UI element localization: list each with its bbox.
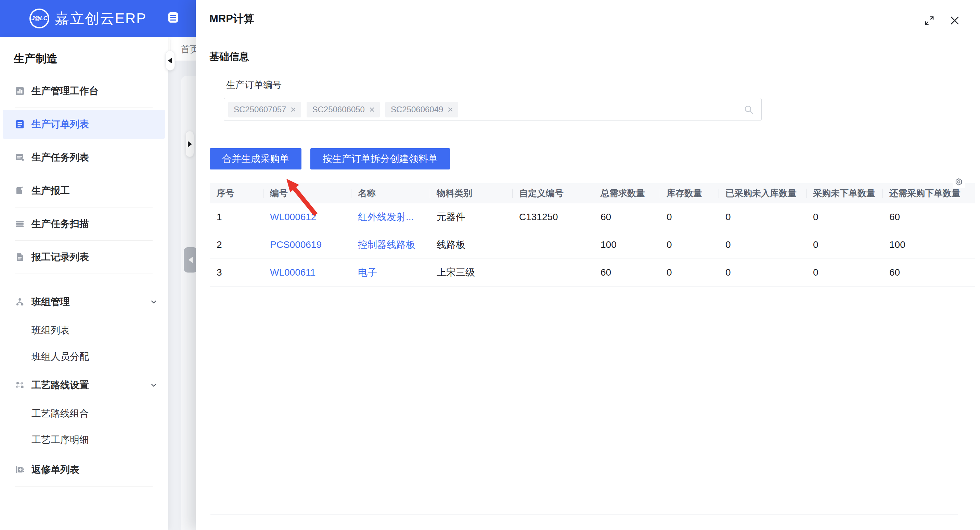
material-code-link[interactable]: WL000611	[263, 259, 351, 286]
cell-purchase-not-ordered: 0	[806, 231, 883, 259]
table-row: 1 WL000612 红外线发射... 元器件 C131250 60 0 0 0…	[210, 203, 975, 231]
sidebar-item-label: 班组管理	[32, 295, 70, 308]
order-tag: SC250606050	[307, 102, 379, 117]
cell-stock: 0	[660, 203, 719, 231]
sidebar-item-production-task-scan[interactable]: 生产任务扫描	[0, 208, 168, 240]
record-file-icon	[15, 252, 25, 262]
cell-seq: 1	[210, 203, 263, 231]
cell-need-purchase: 60	[883, 259, 975, 286]
material-name-link[interactable]: 控制器线路板	[351, 231, 430, 259]
mrp-table: 序号 编号 名称 物料类别 自定义编号 总需求数量 库存数量 已采购未入库数量 …	[210, 183, 975, 287]
cell-custom-code: C131250	[512, 203, 594, 231]
order-tag-label: SC250607057	[234, 105, 286, 114]
cell-purchased-not-in: 0	[719, 203, 806, 231]
sidebar-item-label: 生产管理工作台	[32, 85, 99, 97]
sidebar-title: 生产制造	[14, 51, 168, 66]
sidebar-item-team-member-assignment[interactable]: 班组人员分配	[0, 343, 168, 370]
column-header: 已采购未入库数量	[719, 183, 806, 203]
sidebar-item-production-order-list[interactable]: 生产订单列表	[3, 110, 165, 139]
sidebar-item-report-records[interactable]: 报工记录列表	[0, 241, 168, 273]
column-header: 名称	[351, 183, 430, 203]
column-header: 采购未下单数量	[806, 183, 883, 203]
bar-chart-icon	[15, 86, 25, 96]
cell-seq: 2	[210, 231, 263, 259]
sidebar-item-production-task-list[interactable]: 生产任务列表	[0, 141, 168, 174]
sidebar-group-process-route-settings[interactable]: 工艺路线设置	[0, 370, 168, 400]
cell-custom-code	[512, 231, 594, 259]
panel-expand-handle[interactable]	[185, 131, 194, 157]
cell-stock: 0	[660, 231, 719, 259]
tab-divider-line	[170, 40, 170, 51]
divider	[15, 107, 153, 108]
brand-logo[interactable]: J@LC 嘉立创云ERP	[29, 8, 146, 29]
column-header: 编号	[263, 183, 351, 203]
cell-total-demand: 60	[594, 203, 660, 231]
order-tag-label: SC250606049	[391, 105, 443, 114]
dialog-footer-divider	[210, 514, 958, 515]
spacer	[0, 274, 168, 287]
expand-right-icon	[188, 141, 192, 147]
sidebar-item-label: 报工记录列表	[32, 251, 89, 263]
sidebar: 生产制造 生产管理工作台 生产订单列表 生产任务列表 生产报	[0, 37, 168, 530]
sidebar-group-team-management[interactable]: 班组管理	[0, 287, 168, 317]
cell-need-purchase: 60	[883, 203, 975, 231]
repair-list-icon	[15, 465, 25, 474]
team-icon	[15, 297, 25, 307]
sidebar-item-label: 生产任务列表	[32, 151, 89, 164]
scan-lines-icon	[15, 219, 25, 229]
report-signal-icon	[15, 186, 25, 195]
column-header: 总需求数量	[594, 183, 660, 203]
sidebar-item-process-route-combo[interactable]: 工艺路线组合	[0, 400, 168, 426]
sidebar-collapse-handle[interactable]	[165, 51, 175, 70]
tag-remove-icon[interactable]	[369, 107, 375, 113]
cell-stock: 0	[660, 259, 719, 286]
tag-remove-icon[interactable]	[290, 107, 296, 113]
brand-name: 嘉立创云ERP	[55, 9, 146, 28]
cell-total-demand: 100	[594, 231, 660, 259]
column-header: 库存数量	[660, 183, 719, 203]
collapse-left-icon	[168, 57, 172, 64]
tag-remove-icon[interactable]	[447, 107, 453, 113]
cell-purchased-not-in: 0	[719, 231, 806, 259]
material-code-link[interactable]: PCS000619	[263, 231, 351, 259]
sidebar-item-production-workbench[interactable]: 生产管理工作台	[0, 75, 168, 107]
sidebar-item-process-step-detail[interactable]: 工艺工序明细	[0, 426, 168, 453]
cell-category: 上宋三级	[430, 259, 512, 286]
order-tag-label: SC250606050	[312, 105, 364, 114]
column-header: 还需采购下单数量	[883, 183, 975, 203]
header-nav-icon	[169, 12, 178, 22]
column-header: 序号	[210, 183, 263, 203]
cell-need-purchase: 100	[883, 231, 975, 259]
sidebar-item-repair-order-list[interactable]: 返修单列表	[0, 453, 168, 486]
sidebar-item-label: 生产任务扫描	[32, 217, 89, 230]
merge-generate-purchase-button[interactable]: 合并生成采购单	[210, 148, 301, 169]
sidebar-item-production-reporting[interactable]: 生产报工	[0, 174, 168, 207]
column-header: 自定义编号	[512, 183, 594, 203]
material-name-link[interactable]: 红外线发射...	[351, 203, 430, 231]
cell-custom-code	[512, 259, 594, 286]
mrp-dialog: MRP计算 基础信息 生产订单编号 SC250607057 SC25060605…	[196, 0, 980, 530]
sidebar-item-label: 工艺路线设置	[32, 379, 89, 392]
dialog-header: MRP计算	[196, 0, 980, 39]
close-icon[interactable]	[947, 13, 962, 28]
material-code-link[interactable]: WL000612	[263, 203, 351, 231]
app-root: J@LC 嘉立创云ERP 首页 生产制造 生产管理工作台 生产订单列表	[0, 0, 980, 530]
route-icon	[15, 380, 25, 390]
cell-purchased-not-in: 0	[719, 259, 806, 286]
material-name-link[interactable]: 电子	[351, 259, 430, 286]
table-header-row: 序号 编号 名称 物料类别 自定义编号 总需求数量 库存数量 已采购未入库数量 …	[210, 183, 975, 203]
column-header: 物料类别	[430, 183, 512, 203]
search-icon[interactable]	[743, 104, 754, 116]
cell-category: 线路板	[430, 231, 512, 259]
collapse-left-icon	[189, 257, 192, 263]
cell-total-demand: 60	[594, 259, 660, 286]
order-number-input[interactable]: SC250607057 SC250606050 SC250606049	[224, 98, 762, 121]
drawer-collapse-handle[interactable]	[184, 247, 197, 273]
sidebar-item-team-list[interactable]: 班组列表	[0, 317, 168, 343]
fullscreen-button[interactable]	[922, 13, 937, 28]
split-create-picking-button[interactable]: 按生产订单拆分创建领料单	[310, 148, 450, 169]
document-list-icon	[15, 120, 25, 129]
chevron-down-icon[interactable]	[149, 381, 158, 390]
chevron-down-icon[interactable]	[149, 297, 158, 307]
sidebar-item-label: 返修单列表	[32, 463, 80, 476]
